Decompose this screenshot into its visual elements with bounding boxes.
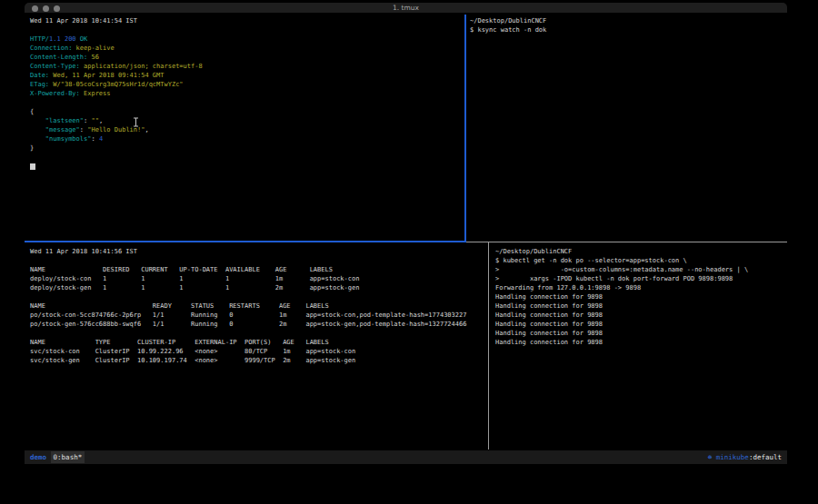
pane-top-right[interactable]: ~/Desktop/DublinCNCF $ ksync watch -n do…: [466, 15, 787, 241]
blank-line: [30, 153, 464, 162]
json-entry-line: "numsymbols": 4: [30, 134, 464, 143]
table-header-row: NAME TYPE CLUSTER-IP EXTERNAL-IP PORT(S)…: [30, 338, 488, 347]
command-line: $ ksync watch -n dok: [470, 25, 787, 35]
session-name: demo: [30, 453, 46, 461]
http-header-line: Content-Length: 56: [30, 53, 464, 62]
forwarding-line: Forwarding from 127.0.0.1:9898 -> 9898: [495, 283, 787, 292]
command-line: > -o=custom-columns=:metadata.name --no-…: [495, 265, 787, 274]
connection-line: Handling connection for 9898: [495, 329, 787, 338]
terminal-cursor: [30, 163, 35, 170]
blank-line: [30, 292, 488, 301]
timestamp-line: Wed 11 Apr 2018 10:41:54 IST: [30, 16, 464, 25]
http-header-line: Date: Wed, 11 Apr 2018 09:41:54 GMT: [30, 71, 464, 80]
status-left: demo 0:bash*: [30, 450, 85, 464]
command-line: > xargs -IPOD kubectl -n dok port-forwar…: [495, 274, 787, 283]
connection-line: Handling connection for 9898: [495, 301, 787, 311]
pane-bottom-left[interactable]: Wed 11 Apr 2018 10:41:56 IST NAME DESIRE…: [25, 242, 488, 450]
table-row: svc/stock-gen ClusterIP 10.109.197.74 <n…: [30, 356, 488, 365]
http-header-line: Content-Type: application/json; charset=…: [30, 62, 464, 71]
cwd-line: ~/Desktop/DublinCNCF: [495, 247, 787, 256]
connection-line: Handling connection for 9898: [495, 311, 787, 320]
table-row: po/stock-con-5cc874766c-2p6rp 1/1 Runnin…: [30, 311, 488, 320]
terminal-window: 1. tmux Wed 11 Apr 2018 10:41:54 IST HTT…: [25, 3, 787, 464]
http-status-line: HTTP/1.1 200 OK: [30, 35, 464, 44]
json-open-brace: {: [30, 107, 464, 116]
http-status-text: OK: [76, 35, 88, 43]
json-body-block: "lastseen": "", "message": "Hello Dublin…: [30, 116, 464, 143]
command-line: $ kubectl get -n dok po --selector=app=s…: [495, 256, 787, 265]
window-tab-active[interactable]: 0:bash*: [51, 451, 85, 463]
table-row: deploy/stock-gen 1 1 1 1 2m app=stock-ge…: [30, 283, 488, 292]
titlebar[interactable]: 1. tmux: [25, 3, 787, 14]
connection-line: Handling connection for 9898: [495, 338, 787, 347]
table-row: svc/stock-con ClusterIP 10.99.222.96 <no…: [30, 347, 488, 356]
connection-line: Handling connection for 9898: [495, 320, 787, 329]
table-header-row: NAME DESIRED CURRENT UP-TO-DATE AVAILABL…: [30, 265, 488, 274]
table-row: po/stock-gen-576cc688bb-swqf6 1/1 Runnin…: [30, 320, 488, 329]
http-header-line: Connection: keep-alive: [30, 44, 464, 53]
blank-line: [30, 25, 464, 35]
http-version-code: 1.1 200: [49, 35, 76, 43]
http-header-line: ETag: W/"38-05coCsrg3mQ75sHr1d/qcMTwYZc": [30, 80, 464, 89]
http-protocol: HTTP/: [30, 35, 49, 43]
pane-divider-vertical-bottom[interactable]: [488, 242, 489, 450]
blank-line: [30, 256, 488, 265]
window-title: 1. tmux: [25, 3, 787, 14]
kubectl-tables-block: NAME DESIRED CURRENT UP-TO-DATE AVAILABL…: [30, 265, 488, 365]
text-ibeam-cursor-icon: [133, 114, 139, 124]
pane-top-left[interactable]: Wed 11 Apr 2018 10:41:54 IST HTTP/1.1 20…: [25, 15, 464, 241]
connection-line: Handling connection for 9898: [495, 292, 787, 301]
json-close-brace: }: [30, 143, 464, 153]
blank-line: [30, 329, 488, 338]
kube-status: ☸ minikube:default: [708, 450, 782, 464]
table-header-row: NAME READY STATUS RESTARTS AGE LABELS: [30, 301, 488, 311]
http-header-line: X-Powered-By: Express: [30, 89, 464, 98]
cursor-line: [30, 162, 464, 171]
tmux-status-bar: demo 0:bash* ☸ minikube:default: [25, 450, 787, 464]
http-headers-block: Connection: keep-aliveContent-Length: 56…: [30, 44, 464, 98]
json-entry-line: "message": "Hello Dublin!",: [30, 125, 464, 134]
connection-lines-block: Handling connection for 9898Handling con…: [495, 292, 787, 347]
cwd-line: ~/Desktop/DublinCNCF: [470, 16, 787, 25]
pane-bottom-right[interactable]: ~/Desktop/DublinCNCF $ kubectl get -n do…: [490, 242, 787, 450]
timestamp-line: Wed 11 Apr 2018 10:41:56 IST: [30, 247, 488, 256]
tmux-panes: Wed 11 Apr 2018 10:41:54 IST HTTP/1.1 20…: [25, 15, 787, 450]
command-lines-block: $ kubectl get -n dok po --selector=app=s…: [495, 256, 787, 283]
kube-namespace: default: [753, 453, 782, 461]
blank-line: [30, 98, 464, 107]
kube-context: minikube: [716, 453, 749, 461]
table-row: deploy/stock-con 1 1 1 1 1m app=stock-co…: [30, 274, 488, 283]
json-entry-line: "lastseen": "",: [30, 116, 464, 125]
